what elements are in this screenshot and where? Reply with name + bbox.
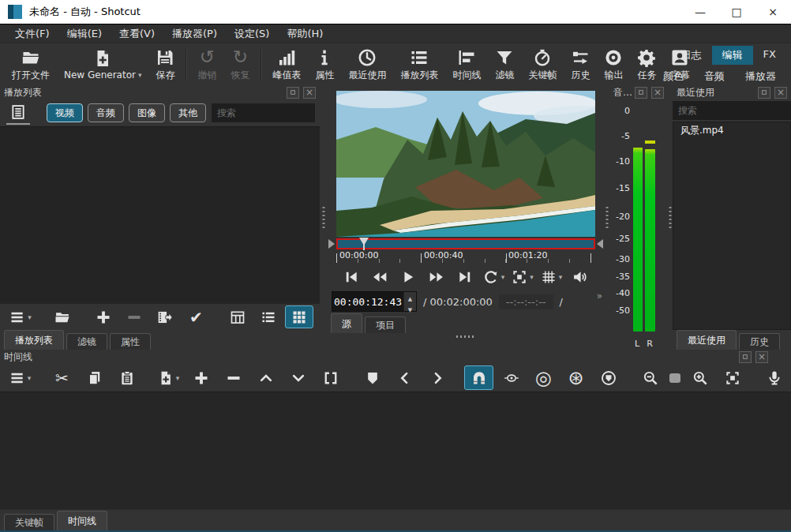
rewind-button[interactable] <box>367 265 393 288</box>
player-scrubber[interactable] <box>328 238 603 250</box>
float-panel-button[interactable] <box>635 87 647 99</box>
ripple-all-tracks-button[interactable]: ⊛ <box>561 365 590 390</box>
float-panel-button[interactable] <box>758 87 770 99</box>
add-source-button[interactable] <box>151 305 179 328</box>
recent-search-input[interactable] <box>673 101 791 120</box>
overwrite-button[interactable] <box>283 365 313 390</box>
tab-项目[interactable]: 项目 <box>365 317 406 333</box>
scrub-while-dragging-button[interactable] <box>497 365 526 390</box>
fast-forward-button[interactable] <box>424 265 450 288</box>
playlist-search-input[interactable] <box>212 103 315 122</box>
toolbar-overflow-chevron[interactable]: » <box>597 290 602 302</box>
filter-video-button[interactable]: 视频 <box>47 103 83 122</box>
menu-编辑(E)[interactable]: 编辑(E) <box>58 24 111 43</box>
filter-image-button[interactable]: 图像 <box>129 103 165 122</box>
float-panel-button[interactable] <box>739 351 752 363</box>
splitter-handle[interactable] <box>668 85 673 350</box>
timeline-menu-button[interactable]: ▾ <box>6 365 35 390</box>
minimize-button[interactable]: — <box>682 0 718 24</box>
volume-button[interactable] <box>567 265 593 288</box>
save-button[interactable]: 保存 <box>148 43 182 86</box>
layout-FX[interactable]: FX <box>753 46 786 65</box>
splitter-handle[interactable] <box>327 333 605 340</box>
zoom-fit-player-button[interactable]: ▾ <box>509 265 536 288</box>
new-generator-button[interactable]: New Generator▾ <box>57 43 148 86</box>
close-panel-button[interactable]: × <box>755 351 768 363</box>
layout-音频[interactable]: 音频 <box>694 67 735 86</box>
tab-播放列表[interactable]: 播放列表 <box>4 330 64 350</box>
list-view-button[interactable] <box>254 305 283 328</box>
list-item[interactable]: 风景.mp4 <box>673 122 790 139</box>
open-file-button[interactable] <box>48 305 77 328</box>
tab-源[interactable]: 源 <box>331 313 362 333</box>
grid-overlay-button[interactable]: ▾ <box>538 265 565 288</box>
trim-out-handle[interactable] <box>597 239 603 249</box>
ripple-delete-button[interactable] <box>219 365 248 390</box>
paste-button[interactable] <box>112 365 141 390</box>
lift-button[interactable] <box>251 365 280 390</box>
snap-button[interactable] <box>464 365 493 390</box>
close-panel-button[interactable]: × <box>774 87 787 99</box>
update-button[interactable]: ✔ <box>182 305 210 328</box>
play-button[interactable] <box>396 265 422 288</box>
filters-button[interactable]: 滤镜 <box>488 43 521 86</box>
spin-down-button[interactable]: ▼ <box>404 303 416 314</box>
recent-button[interactable]: 最近使用 <box>341 43 393 86</box>
menu-查看(V)[interactable]: 查看(V) <box>111 24 163 43</box>
tab-属性[interactable]: 属性 <box>110 333 151 350</box>
keyframes-button[interactable]: 关键帧 <box>521 43 564 86</box>
tab-历史[interactable]: 历史 <box>739 333 780 350</box>
float-panel-button[interactable] <box>287 87 299 99</box>
open-file-button[interactable]: 打开文件 <box>5 43 57 86</box>
export-button[interactable]: 输出 <box>597 43 630 86</box>
grid-view-button[interactable] <box>285 305 313 328</box>
peak-meter-button[interactable]: 峰值表 <box>265 43 308 86</box>
tab-最近使用[interactable]: 最近使用 <box>677 330 737 350</box>
tab-时间线[interactable]: 时间线 <box>57 511 107 530</box>
tab-滤镜[interactable]: 滤镜 <box>66 333 107 350</box>
undo-button[interactable]: ↺ 撤销 <box>190 43 223 86</box>
layout-日志[interactable]: 日志 <box>671 46 712 65</box>
properties-button[interactable]: 属性 <box>308 43 341 86</box>
splitter-handle[interactable] <box>320 85 327 350</box>
zoom-timeline-in-button[interactable] <box>685 365 714 390</box>
filter-other-button[interactable]: 其他 <box>170 103 206 122</box>
zoom-timeline-out-button[interactable] <box>635 365 665 390</box>
playlist-menu-button[interactable]: ▾ <box>6 305 35 328</box>
maximize-button[interactable]: □ <box>718 0 755 24</box>
ripple-button[interactable]: ◎ <box>529 365 558 390</box>
playlist-view-button[interactable] <box>6 102 30 125</box>
remove-button[interactable] <box>120 305 148 328</box>
zoom-timeline-fit-button[interactable] <box>718 365 747 390</box>
record-audio-button[interactable] <box>759 365 789 390</box>
slider-handle[interactable] <box>669 373 680 383</box>
layout-播放器[interactable]: 播放器 <box>735 67 786 86</box>
add-track-button[interactable] <box>186 365 216 390</box>
history-button[interactable]: 历史 <box>564 43 597 86</box>
tab-关键帧[interactable]: 关键帧 <box>4 514 54 530</box>
detail-view-button[interactable] <box>223 305 252 328</box>
marker-button[interactable] <box>358 365 387 390</box>
redo-button[interactable]: ↻ 恢复 <box>223 43 257 86</box>
scrub-bar[interactable] <box>336 238 595 249</box>
menu-设定(S)[interactable]: 设定(S) <box>226 24 278 43</box>
loop-button[interactable]: ▾ <box>481 265 508 288</box>
menu-文件(F)[interactable]: 文件(F) <box>6 24 58 43</box>
close-panel-button[interactable]: × <box>303 87 316 99</box>
playlist-button[interactable]: 播放列表 <box>393 43 445 86</box>
next-marker-button[interactable] <box>422 365 452 390</box>
append-clip-button[interactable]: ▾ <box>154 365 183 390</box>
trim-in-handle[interactable] <box>328 239 335 249</box>
prev-marker-button[interactable] <box>390 365 419 390</box>
filter-audio-button[interactable]: 音频 <box>88 103 124 122</box>
close-panel-button[interactable]: × <box>651 87 664 99</box>
menu-帮助(H)[interactable]: 帮助(H) <box>278 24 332 43</box>
timeline-button[interactable]: 时间线 <box>445 43 488 86</box>
skip-to-end-button[interactable] <box>452 265 478 288</box>
spin-up-button[interactable]: ▲ <box>404 292 416 303</box>
close-button[interactable]: × <box>755 0 791 24</box>
position-input[interactable] <box>332 292 403 311</box>
append-button[interactable] <box>89 305 118 328</box>
menu-播放器(P)[interactable]: 播放器(P) <box>163 24 226 43</box>
layout-颜色[interactable]: 颜色 <box>653 67 694 86</box>
